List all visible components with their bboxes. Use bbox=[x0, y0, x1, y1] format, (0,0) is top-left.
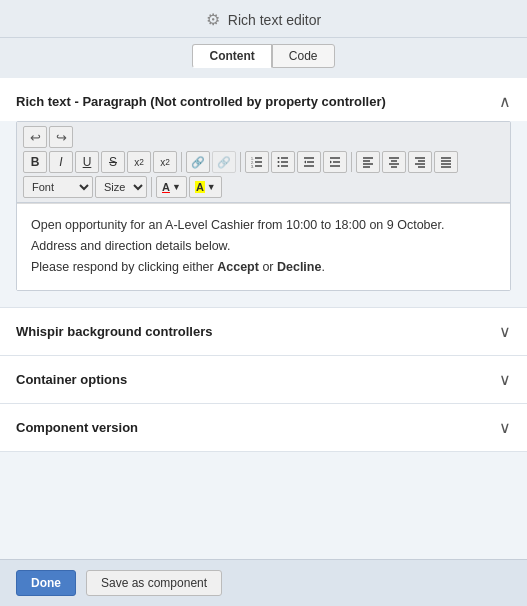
header-icon: ⚙ bbox=[206, 10, 220, 29]
header: ⚙ Rich text editor bbox=[0, 0, 527, 38]
section-container-options-chevron: ∨ bbox=[499, 370, 511, 389]
link-button[interactable]: 🔗 bbox=[186, 151, 210, 173]
redo-button[interactable]: ↪ bbox=[49, 126, 73, 148]
toolbar-row-font: Font Arial Times New Roman Courier Georg… bbox=[23, 176, 504, 198]
separator-4 bbox=[151, 177, 152, 197]
size-select[interactable]: Size 8 10 12 14 16 18 24 bbox=[95, 176, 147, 198]
undo-button[interactable]: ↩ bbox=[23, 126, 47, 148]
content-line-2: Address and direction details below. bbox=[31, 237, 496, 256]
content-line-3: Please respond by clicking either Accept… bbox=[31, 258, 496, 277]
rte-section-header[interactable]: Rich text - Paragraph (Not controlled by… bbox=[0, 78, 527, 121]
highlight-label: A bbox=[195, 181, 205, 193]
section-container-options-title: Container options bbox=[16, 372, 127, 387]
editor-container: ↩ ↪ B I U S x2 x2 🔗 🔗 bbox=[16, 121, 511, 291]
font-color-button[interactable]: A ▼ bbox=[156, 176, 187, 198]
section-component-version-title: Component version bbox=[16, 420, 138, 435]
content-pre: Please respond by clicking either bbox=[31, 260, 217, 274]
section-whispir-background-header[interactable]: Whispir background controllers ∨ bbox=[0, 308, 527, 355]
tab-code[interactable]: Code bbox=[272, 44, 335, 68]
toolbar-row-format: B I U S x2 x2 🔗 🔗 1.2.3. bbox=[23, 151, 504, 173]
separator-2 bbox=[240, 152, 241, 172]
highlight-color-button[interactable]: A ▼ bbox=[189, 176, 222, 198]
svg-point-11 bbox=[278, 165, 280, 167]
separator-3 bbox=[351, 152, 352, 172]
footer: Done Save as component bbox=[0, 559, 527, 606]
section-container-options: Container options ∨ bbox=[0, 356, 527, 404]
svg-point-10 bbox=[278, 161, 280, 163]
bold-button[interactable]: B bbox=[23, 151, 47, 173]
highlight-dropdown-icon: ▼ bbox=[207, 182, 216, 192]
section-component-version-header[interactable]: Component version ∨ bbox=[0, 404, 527, 451]
section-whispir-background: Whispir background controllers ∨ bbox=[0, 308, 527, 356]
svg-point-9 bbox=[278, 157, 280, 159]
save-as-component-button[interactable]: Save as component bbox=[86, 570, 222, 596]
unlink-button[interactable]: 🔗 bbox=[212, 151, 236, 173]
align-center-button[interactable] bbox=[382, 151, 406, 173]
svg-marker-19 bbox=[330, 161, 332, 164]
svg-marker-15 bbox=[304, 161, 306, 164]
separator-1 bbox=[181, 152, 182, 172]
italic-button[interactable]: I bbox=[49, 151, 73, 173]
toolbar: ↩ ↪ B I U S x2 x2 🔗 🔗 bbox=[17, 122, 510, 203]
font-color-label: A bbox=[162, 181, 170, 193]
strikethrough-button[interactable]: S bbox=[101, 151, 125, 173]
content-or: or bbox=[259, 260, 277, 274]
toolbar-row-undo: ↩ ↪ bbox=[23, 126, 504, 148]
content-line-1: Open opportunity for an A-Level Cashier … bbox=[31, 216, 496, 235]
indent-button[interactable] bbox=[323, 151, 347, 173]
align-justify-button[interactable] bbox=[434, 151, 458, 173]
align-left-button[interactable] bbox=[356, 151, 380, 173]
content-accept: Accept bbox=[217, 260, 259, 274]
font-select[interactable]: Font Arial Times New Roman Courier Georg… bbox=[23, 176, 93, 198]
content-end: . bbox=[321, 260, 324, 274]
tab-bar: Content Code bbox=[0, 38, 527, 78]
svg-text:3.: 3. bbox=[251, 165, 254, 169]
rte-section-title: Rich text - Paragraph (Not controlled by… bbox=[16, 94, 386, 109]
editor-content[interactable]: Open opportunity for an A-Level Cashier … bbox=[17, 203, 510, 290]
section-component-version-chevron: ∨ bbox=[499, 418, 511, 437]
superscript-button[interactable]: x2 bbox=[153, 151, 177, 173]
outdent-button[interactable] bbox=[297, 151, 321, 173]
section-container-options-header[interactable]: Container options ∨ bbox=[0, 356, 527, 403]
content-decline: Decline bbox=[277, 260, 321, 274]
tab-content[interactable]: Content bbox=[192, 44, 271, 68]
font-color-dropdown-icon: ▼ bbox=[172, 182, 181, 192]
done-button[interactable]: Done bbox=[16, 570, 76, 596]
section-component-version: Component version ∨ bbox=[0, 404, 527, 452]
header-title: Rich text editor bbox=[228, 12, 321, 28]
align-right-button[interactable] bbox=[408, 151, 432, 173]
ordered-list-button[interactable]: 1.2.3. bbox=[245, 151, 269, 173]
underline-button[interactable]: U bbox=[75, 151, 99, 173]
rte-section: Rich text - Paragraph (Not controlled by… bbox=[0, 78, 527, 308]
section-whispir-background-title: Whispir background controllers bbox=[16, 324, 212, 339]
subscript-button[interactable]: x2 bbox=[127, 151, 151, 173]
rte-collapse-icon[interactable]: ∧ bbox=[499, 92, 511, 111]
unordered-list-button[interactable] bbox=[271, 151, 295, 173]
section-whispir-background-chevron: ∨ bbox=[499, 322, 511, 341]
